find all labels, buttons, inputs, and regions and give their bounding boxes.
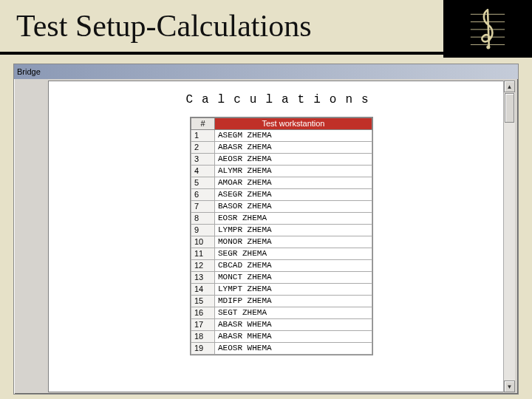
row-number: 6 — [191, 189, 215, 201]
table-row[interactable]: 2ABASR ZHEMA — [191, 142, 372, 154]
row-workstation: EOSR ZHEMA — [215, 213, 372, 225]
table-row[interactable]: 4ALYMR ZHEMA — [191, 166, 372, 177]
scroll-thumb[interactable] — [505, 93, 514, 123]
row-number: 14 — [191, 284, 215, 296]
table-row[interactable]: 18ABASR MHEMA — [191, 331, 372, 343]
table-row[interactable]: 10MONOR ZHEMA — [191, 236, 372, 248]
table-row[interactable]: 6ASEGR ZHEMA — [191, 189, 372, 201]
row-workstation: LYMPT ZHEMA — [215, 284, 372, 296]
col-header-workstation[interactable]: Test workstantion — [215, 118, 372, 130]
row-workstation: ASEGR ZHEMA — [215, 189, 372, 201]
treble-clef-logo — [443, 0, 532, 58]
table-row[interactable]: 16SEGT ZHEMA — [191, 307, 372, 319]
window-titlebar[interactable]: Bridge — [14, 64, 518, 79]
row-number: 19 — [191, 343, 215, 355]
row-number: 13 — [191, 272, 215, 284]
row-workstation: SEGT ZHEMA — [215, 307, 372, 319]
row-number: 2 — [191, 142, 215, 154]
slide-title-bar: Test Setup-Calculations — [0, 0, 532, 55]
table-row[interactable]: 19AEOSR WHEMA — [191, 343, 372, 355]
row-workstation: AMOAR ZHEMA — [215, 177, 372, 189]
app-window: Bridge Calculations # Test workstantion … — [13, 64, 519, 395]
scroll-up-button[interactable]: ▲ — [504, 81, 515, 92]
table-row[interactable]: 13MONCT ZHEMA — [191, 272, 372, 284]
row-workstation: MONOR ZHEMA — [215, 236, 372, 248]
row-number: 8 — [191, 213, 215, 225]
row-workstation: ABASR ZHEMA — [215, 142, 372, 154]
table-row[interactable]: 17ABASR WHEMA — [191, 319, 372, 331]
content-heading: Calculations — [49, 81, 514, 117]
table-row[interactable]: 15MDIFP ZHEMA — [191, 296, 372, 307]
calculations-table: # Test workstantion 1ASEGM ZHEMA2ABASR Z… — [190, 117, 373, 355]
table-row[interactable]: 14LYMPT ZHEMA — [191, 284, 372, 296]
row-number: 17 — [191, 319, 215, 331]
row-workstation: MDIFP ZHEMA — [215, 296, 372, 307]
row-workstation: ASEGM ZHEMA — [215, 130, 372, 142]
row-number: 5 — [191, 177, 215, 189]
row-number: 4 — [191, 166, 215, 177]
row-number: 12 — [191, 260, 215, 272]
table-row[interactable]: 3AEOSR ZHEMA — [191, 154, 372, 166]
row-workstation: ALYMR ZHEMA — [215, 166, 372, 177]
row-workstation: AEOSR ZHEMA — [215, 154, 372, 166]
row-workstation: AEOSR WHEMA — [215, 343, 372, 355]
table-row[interactable]: 8EOSR ZHEMA — [191, 213, 372, 225]
row-workstation: ABASR MHEMA — [215, 331, 372, 343]
vertical-scrollbar[interactable]: ▲ ▼ — [503, 81, 515, 392]
table-row[interactable]: 7BASOR ZHEMA — [191, 201, 372, 213]
row-workstation: ABASR WHEMA — [215, 319, 372, 331]
table-row[interactable]: 5AMOAR ZHEMA — [191, 177, 372, 189]
row-number: 11 — [191, 248, 215, 260]
scroll-down-button[interactable]: ▼ — [504, 381, 515, 392]
content-pane: Calculations # Test workstantion 1ASEGM … — [48, 81, 515, 392]
row-workstation: BASOR ZHEMA — [215, 201, 372, 213]
row-workstation: CBCAD ZHEMA — [215, 260, 372, 272]
page-title: Test Setup-Calculations — [16, 8, 312, 44]
row-workstation: SEGR ZHEMA — [215, 248, 372, 260]
table-row[interactable]: 11SEGR ZHEMA — [191, 248, 372, 260]
row-workstation: LYMPR ZHEMA — [215, 225, 372, 236]
row-number: 1 — [191, 130, 215, 142]
row-number: 16 — [191, 307, 215, 319]
table-row[interactable]: 9LYMPR ZHEMA — [191, 225, 372, 236]
table-row[interactable]: 1ASEGM ZHEMA — [191, 130, 372, 142]
table-row[interactable]: 12CBCAD ZHEMA — [191, 260, 372, 272]
row-number: 18 — [191, 331, 215, 343]
row-number: 10 — [191, 236, 215, 248]
row-number: 15 — [191, 296, 215, 307]
row-number: 7 — [191, 201, 215, 213]
row-workstation: MONCT ZHEMA — [215, 272, 372, 284]
svg-point-5 — [486, 45, 490, 49]
row-number: 9 — [191, 225, 215, 236]
col-header-number[interactable]: # — [191, 118, 215, 130]
row-number: 3 — [191, 154, 215, 166]
